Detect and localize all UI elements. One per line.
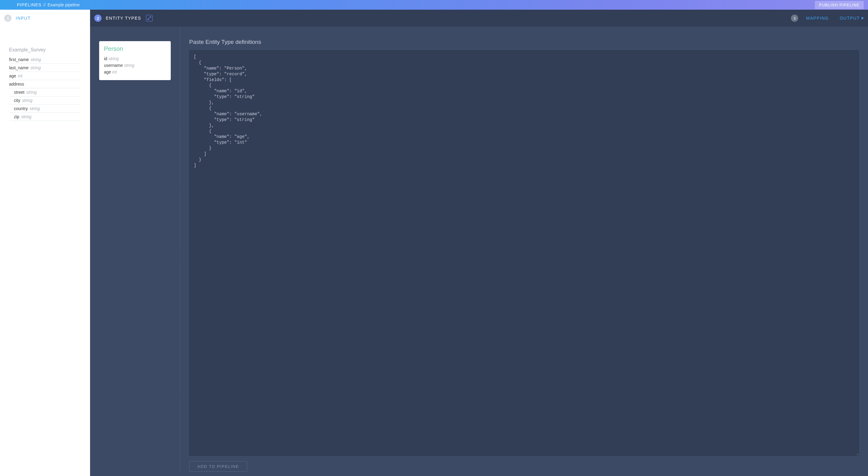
input-panel: 1 INPUT Example_Survey first_namestringl… [0, 10, 90, 476]
step-mapping-badge: 3 [791, 14, 798, 22]
step-input-header[interactable]: 1 INPUT [0, 10, 90, 27]
input-schema-title: Example_Survey [9, 47, 81, 53]
add-to-pipeline-button[interactable]: ADD TO PIPELINE [189, 461, 247, 472]
top-bar: PIPELINES // Example pipeline PUBLISH PI… [0, 0, 868, 10]
entity-definitions-column: Paste Entity Type definitions ADD TO PIP… [180, 27, 868, 472]
step-mapping-label[interactable]: MAPPING [806, 16, 829, 21]
entity-field-type: int [112, 69, 117, 75]
schema-field-name: country [14, 106, 28, 111]
entity-card-column: Person idstringusernamestringageint [90, 27, 180, 472]
entity-field-name: id [104, 56, 107, 61]
schema-field-type: string [31, 65, 41, 70]
step-output-label: OUTPUT [840, 16, 860, 21]
schema-field-type: string [26, 90, 37, 95]
schema-field-type: string [31, 57, 41, 62]
schema-field-name: address [9, 82, 24, 87]
step-output-link[interactable]: OUTPUT [840, 16, 864, 21]
schema-field-name: zip [14, 114, 19, 119]
schema-field-name: street [14, 90, 25, 95]
schema-field: first_namestring [9, 56, 81, 64]
breadcrumb-sep: // [43, 2, 45, 7]
entity-card-name: Person [104, 46, 166, 52]
schema-field-type: string [21, 114, 31, 119]
step-input-label: INPUT [16, 16, 31, 21]
schema-field-name: age [9, 73, 16, 78]
entity-field: ageint [104, 69, 166, 75]
entity-definitions-title: Paste Entity Type definitions [189, 39, 859, 46]
entity-field: idstring [104, 55, 166, 62]
schema-field: last_namestring [9, 64, 81, 72]
expand-icon[interactable] [146, 15, 153, 22]
schema-field: streetstring [9, 88, 81, 96]
entity-field-name: age [104, 69, 111, 75]
entity-types-panel: 2 ENTITY TYPES 3 MAPPING OUTPUT Person i… [90, 10, 868, 476]
step-entity-types-header: 2 ENTITY TYPES 3 MAPPING OUTPUT [90, 10, 868, 27]
step-input-badge: 1 [4, 14, 11, 22]
schema-field-name: last_name [9, 65, 29, 70]
entity-field-type: string [108, 56, 119, 61]
breadcrumb-current: Example pipeline [48, 2, 80, 7]
breadcrumb-root[interactable]: PIPELINES [17, 2, 41, 7]
schema-field-type: string [30, 106, 40, 111]
schema-field: address [9, 80, 81, 88]
schema-field: zipstring [9, 113, 81, 121]
entity-definitions-textarea[interactable] [189, 50, 859, 456]
entity-field: usernamestring [104, 62, 166, 69]
step-entity-types-label: ENTITY TYPES [106, 16, 141, 21]
schema-field: ageint [9, 72, 81, 80]
schema-field: countrystring [9, 105, 81, 113]
schema-field-type: string [22, 98, 32, 103]
schema-field-name: first_name [9, 57, 29, 62]
publish-pipeline-button[interactable]: PUBLISH PIPELINE [815, 1, 864, 9]
entity-field-name: username [104, 63, 123, 68]
entity-card[interactable]: Person idstringusernamestringageint [99, 41, 171, 80]
input-schema: Example_Survey first_namestringlast_name… [0, 27, 90, 121]
schema-field-type: int [18, 73, 22, 78]
schema-field-name: city [14, 98, 20, 103]
schema-field: citystring [9, 96, 81, 105]
entity-field-type: string [124, 63, 134, 68]
chevron-right-icon [862, 17, 864, 20]
step-entity-types-badge: 2 [94, 14, 101, 22]
